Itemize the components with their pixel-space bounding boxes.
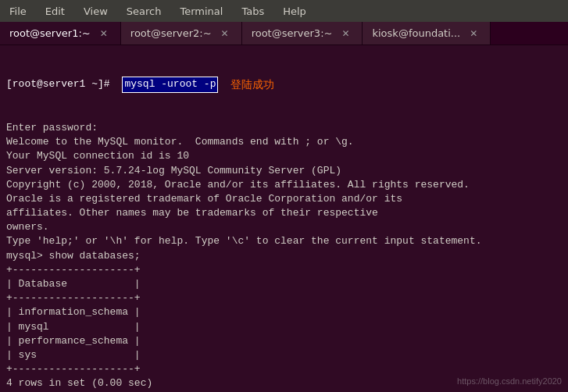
terminal-line: affiliates. Other names may be trademark… bbox=[6, 206, 562, 220]
tab-server2[interactable]: root@server2:~ ✕ bbox=[121, 22, 242, 45]
terminal-line: +--------------------+ bbox=[6, 263, 562, 277]
prompt-line: [root@server1 ~]# mysql -uroot -p 登陆成功 bbox=[6, 77, 562, 92]
tab-label-kiosk: kiosk@foundati... bbox=[372, 27, 460, 39]
menu-edit[interactable]: Edit bbox=[42, 4, 68, 19]
tabbar: root@server1:~ ✕ root@server2:~ ✕ root@s… bbox=[0, 22, 568, 45]
terminal-line: Enter password: bbox=[6, 121, 562, 135]
login-success-text: 登陆成功 bbox=[230, 77, 274, 93]
terminal-line: | information_schema | bbox=[6, 305, 562, 319]
terminal-line: Welcome to the MySQL monitor. Commands e… bbox=[6, 135, 562, 149]
watermark: https://blog.csdn.netify2020 bbox=[457, 376, 562, 386]
tab-server3[interactable]: root@server3:~ ✕ bbox=[242, 22, 363, 45]
menu-help[interactable]: Help bbox=[280, 4, 309, 19]
terminal-line: | mysql | bbox=[6, 320, 562, 334]
terminal-line: | Database | bbox=[6, 277, 562, 291]
tab-close-server2[interactable]: ✕ bbox=[218, 27, 232, 41]
tab-close-server3[interactable]: ✕ bbox=[338, 27, 352, 41]
tab-server1[interactable]: root@server1:~ ✕ bbox=[0, 22, 121, 45]
menu-file[interactable]: File bbox=[6, 4, 30, 19]
menu-terminal[interactable]: Terminal bbox=[177, 4, 226, 19]
terminal-line: | sys | bbox=[6, 348, 562, 362]
terminal-line: +--------------------+ bbox=[6, 291, 562, 305]
terminal-line: Your MySQL connection id is 10 bbox=[6, 149, 562, 163]
terminal-line: owners. bbox=[6, 220, 562, 234]
tab-close-server1[interactable]: ✕ bbox=[97, 27, 111, 41]
menu-search[interactable]: Search bbox=[123, 4, 165, 19]
command-text: mysql -uroot -p bbox=[122, 77, 218, 92]
terminal-line: | performance_schema | bbox=[6, 334, 562, 348]
terminal-line: +--------------------+ bbox=[6, 362, 562, 376]
tab-kiosk[interactable]: kiosk@foundati... ✕ bbox=[363, 22, 491, 45]
prompt: [root@server1 ~]# bbox=[6, 77, 110, 91]
menu-view[interactable]: View bbox=[80, 4, 111, 19]
menubar: File Edit View Search Terminal Tabs Help bbox=[0, 0, 568, 22]
menu-tabs[interactable]: Tabs bbox=[238, 4, 267, 19]
terminal-line: mysql> show databases; bbox=[6, 249, 562, 263]
terminal-area[interactable]: [root@server1 ~]# mysql -uroot -p 登陆成功 E… bbox=[0, 45, 568, 392]
terminal-line: Copyright (c) 2000, 2018, Oracle and/or … bbox=[6, 178, 562, 192]
terminal-line: Server version: 5.7.24-log MySQL Communi… bbox=[6, 164, 562, 178]
terminal-line: Type 'help;' or '\h' for help. Type '\c'… bbox=[6, 234, 562, 248]
terminal-line: Oracle is a registered trademark of Orac… bbox=[6, 192, 562, 206]
tab-label-server3: root@server3:~ bbox=[252, 27, 333, 39]
terminal-output: Enter password:Welcome to the MySQL moni… bbox=[6, 121, 562, 391]
tab-label-server2: root@server2:~ bbox=[130, 27, 212, 39]
tab-label-server1: root@server1:~ bbox=[9, 27, 91, 39]
tab-close-kiosk[interactable]: ✕ bbox=[466, 27, 480, 41]
